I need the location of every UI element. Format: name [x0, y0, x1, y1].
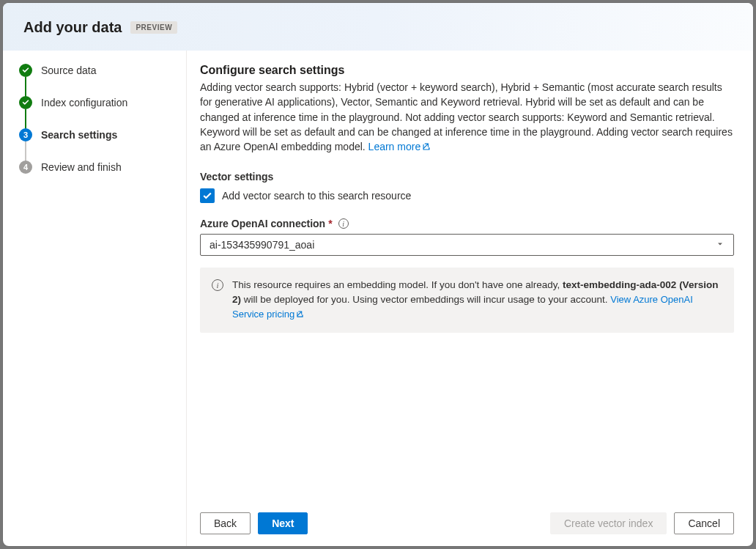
- step-number-icon: 3: [19, 128, 32, 141]
- openai-connection-select[interactable]: ai-153435990791_aoai: [200, 234, 734, 256]
- step-label: Search settings: [41, 129, 117, 141]
- back-button[interactable]: Back: [200, 512, 251, 534]
- checkmark-icon: [202, 191, 212, 201]
- create-vector-index-button: Create vector index: [550, 512, 667, 534]
- wizard-footer: Back Next Create vector index Cancel: [200, 501, 734, 534]
- page-description: Adding vector search supports: Hybrid (v…: [200, 80, 734, 155]
- required-indicator: *: [328, 218, 332, 229]
- page-title: Configure search settings: [200, 64, 734, 77]
- learn-more-link[interactable]: Learn more: [368, 141, 431, 152]
- checkbox-label: Add vector search to this search resourc…: [222, 190, 411, 202]
- checkmark-icon: [19, 64, 32, 77]
- preview-badge: PREVIEW: [130, 21, 177, 34]
- wizard-sidebar: Source data Index configuration 3 Search…: [3, 51, 186, 546]
- step-label: Index configuration: [41, 97, 127, 108]
- step-number-icon: 4: [19, 161, 32, 174]
- info-icon: i: [212, 279, 223, 291]
- connection-field-label: Azure OpenAI connection * i: [200, 218, 734, 229]
- wizard-content: Configure search settings Adding vector …: [186, 51, 753, 546]
- add-vector-search-checkbox-row: Add vector search to this search resourc…: [200, 188, 734, 203]
- next-button[interactable]: Next: [258, 512, 308, 534]
- external-link-icon: [296, 309, 304, 323]
- vector-settings-title: Vector settings: [200, 171, 734, 183]
- step-label: Review and finish: [41, 161, 122, 173]
- step-connector: [25, 109, 26, 130]
- step-list: Source data Index configuration 3 Search…: [19, 64, 171, 174]
- footer-right: Create vector index Cancel: [550, 512, 734, 534]
- step-index-configuration[interactable]: Index configuration: [19, 96, 171, 128]
- content-main: Configure search settings Adding vector …: [200, 64, 734, 501]
- chevron-down-icon: [716, 239, 724, 251]
- external-link-icon: [422, 140, 431, 155]
- step-connector: [25, 77, 26, 97]
- info-text: This resource requires an embedding mode…: [232, 278, 722, 322]
- step-source-data[interactable]: Source data: [19, 64, 171, 96]
- select-value: ai-153435990791_aoai: [210, 239, 314, 251]
- checkmark-icon: [19, 96, 32, 109]
- modal-title: Add your data: [23, 19, 122, 36]
- step-connector: [25, 141, 26, 162]
- info-icon[interactable]: i: [338, 218, 349, 229]
- footer-left: Back Next: [200, 512, 308, 534]
- step-review-and-finish[interactable]: 4 Review and finish: [19, 161, 171, 174]
- step-search-settings[interactable]: 3 Search settings: [19, 128, 171, 161]
- modal-header: Add your data PREVIEW: [3, 3, 753, 51]
- modal-body: Source data Index configuration 3 Search…: [3, 51, 753, 546]
- step-label: Source data: [41, 65, 97, 76]
- add-your-data-modal: Add your data PREVIEW Source data Index …: [3, 3, 753, 546]
- add-vector-search-checkbox[interactable]: [200, 188, 215, 203]
- embedding-info-box: i This resource requires an embedding mo…: [200, 268, 734, 332]
- cancel-button[interactable]: Cancel: [674, 512, 734, 534]
